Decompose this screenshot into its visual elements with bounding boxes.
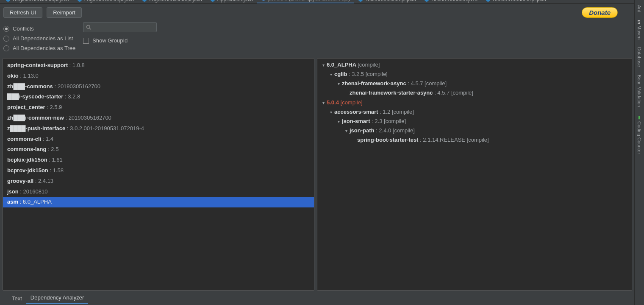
tree-node-name: accessors-smart [334,109,378,115]
dependency-version: : 20190305162700 [64,115,111,121]
tree-row[interactable]: ▾json-path : 2.4.0 [compile] [321,126,632,135]
dependency-version: : 20190305162700 [53,83,100,90]
dependency-row[interactable]: zh███-commons : 20190305162700 [3,81,314,92]
dependency-row[interactable]: okio : 1.13.0 [3,71,314,81]
editor-tab[interactable]: SecureRandomSpi.java [482,0,550,3]
rail-bean-validation[interactable]: Bean Validation [637,75,642,107]
editor-tab[interactable]: TokenServiceImpl.java [354,0,420,3]
file-icon [211,0,215,2]
radio-conflicts[interactable]: Conflicts [3,25,75,32]
dependency-name: commons-lang [7,146,46,152]
tree-node-detail: [compile] [341,99,363,106]
tree-row[interactable]: ▾json-smart : 2.3 [compile] [321,117,632,126]
editor-tab-label: SecureRandomSpi.java [493,0,546,3]
tree-row[interactable]: ▾6.0_ALPHA [compile] [321,60,632,70]
rail-maven[interactable]: mMaven [637,20,642,40]
checkbox-icon [83,38,89,44]
dependency-row[interactable]: commons-lang : 2.5 [3,144,314,155]
tree-node-name: zhenai-framework-async [342,80,406,87]
editor-tab[interactable]: RegisterServiceImpl.java [2,0,73,3]
editor-tab[interactable]: pom.xml (zhenai-qzydc-account-api) [257,0,354,3]
tree-node-name: json-path [350,127,375,134]
tree-node-name: json-smart [342,118,370,124]
dependency-name: okio [7,73,19,79]
svg-line-1 [89,28,91,29]
dependency-version: : 1.0.8 [68,62,85,68]
dependency-row[interactable]: z████-push-interface : 3.0.2.001-2019053… [3,123,314,134]
dependency-name: zh███-commons [7,83,53,90]
rail-ant[interactable]: Ant [637,5,642,12]
dependency-row[interactable]: ███i-syscode-starter : 3.2.8 [3,92,314,102]
editor-tab[interactable]: SecureRandom.java [420,0,482,3]
tab-dependency-analyzer[interactable]: Dependency Analyzer [26,293,88,304]
tree-node-name: cglib [334,71,347,77]
radio-all-tree[interactable]: All Dependencies as Tree [3,45,75,51]
dependency-name: json [7,188,19,195]
dependency-row[interactable]: asm : 6.0_ALPHA [3,197,314,207]
toolbar: Refresh UI Reimport Donate [0,4,635,20]
reimport-button[interactable]: Reimport [47,7,82,18]
chevron-down-icon[interactable]: ▾ [336,81,341,87]
chevron-down-icon[interactable]: ▾ [328,109,333,116]
editor-tab[interactable]: LogoutServiceImpl.java [138,0,206,3]
radio-all-tree-label: All Dependencies as Tree [13,45,75,51]
dependency-tree-panel[interactable]: ▾6.0_ALPHA [compile]▾cglib : 3.2.5 [comp… [317,58,632,291]
editor-tab[interactable]: LoginServiceImpl.java [73,0,138,3]
tree-node-detail: : 2.1.14.RELEASE [compile] [418,137,489,143]
dependency-version: : 6.0_ALPHA [18,199,52,205]
dependency-version: : 1.58 [48,167,64,173]
right-tool-rail: Ant mMaven Database Bean Validation ▮Cod… [634,0,644,305]
chevron-down-icon[interactable]: ▾ [321,62,326,69]
rail-coding-counter[interactable]: ▮Coding Counter [637,115,642,154]
dependency-row[interactable]: commons-cli : 1.4 [3,134,314,145]
search-icon [86,25,91,30]
refresh-ui-button[interactable]: Refresh UI [3,7,42,18]
dependency-row[interactable]: json : 20160810 [3,187,314,197]
dependency-version: : 2.5 [46,146,58,152]
tree-row[interactable]: ▾5.0.4 [compile] [321,98,632,107]
tree-row[interactable]: ▾zhenai-framework-async : 4.5.7 [compile… [321,79,632,88]
search-input[interactable] [83,22,157,32]
chevron-down-icon[interactable]: ▾ [321,100,326,106]
file-icon [358,0,363,2]
editor-tabs-bar: RegisterServiceImpl.javaLoginServiceImpl… [0,0,635,4]
editor-tab[interactable]: Application.java [206,0,257,3]
radio-dot-icon [3,26,9,32]
tree-row[interactable]: ▾cglib : 3.2.5 [compile] [321,70,632,79]
dependency-version: : 20160810 [19,188,48,195]
dependency-version: : 3.2.8 [63,93,80,100]
tree-row[interactable]: ▾accessors-smart : 1.2 [compile] [321,107,632,117]
panels: spring-context-support : 1.0.8okio : 1.1… [0,57,635,291]
tree-node-detail: : 1.2 [compile] [378,109,414,115]
dependency-name: z████-push-interface [7,125,65,132]
editor-tab-label: SecureRandom.java [431,0,477,3]
tab-text[interactable]: Text [8,294,26,304]
dependency-row[interactable]: project_center : 2.5.9 [3,102,314,113]
svg-point-0 [87,25,90,29]
dependency-row[interactable]: spring-context-support : 1.0.8 [3,60,314,71]
dependency-list-panel[interactable]: spring-context-support : 1.0.8okio : 1.1… [3,58,314,291]
dependency-row[interactable]: bcprov-jdk15on : 1.58 [3,165,314,176]
dependency-name: project_center [7,104,45,110]
file-icon [261,0,266,1]
tree-node-detail: [compile] [358,62,380,68]
tree-row[interactable]: spring-boot-starter-test : 2.1.14.RELEAS… [321,135,632,145]
checkbox-show-groupid[interactable]: Show GroupId [83,37,157,44]
dependency-row[interactable]: zh███i-common-new : 20190305162700 [3,113,314,123]
chevron-down-icon[interactable]: ▾ [328,71,333,78]
chevron-down-icon[interactable]: ▾ [336,118,341,125]
rail-database[interactable]: Database [637,47,642,67]
dependency-name: groovy-all [7,178,33,184]
tree-row[interactable]: zhenai-framework-starter-async : 4.5.7 [… [321,88,632,98]
editor-tab-label: TokenServiceImpl.java [365,0,416,3]
radio-all-list-label: All Dependencies as List [13,35,73,42]
donate-button[interactable]: Donate [582,7,618,18]
options-row: Conflicts All Dependencies as List All D… [0,20,635,57]
chevron-down-icon[interactable]: ▾ [344,128,349,134]
tree-node-detail: : 4.5.7 [compile] [433,90,473,96]
radio-all-list[interactable]: All Dependencies as List [3,35,75,42]
dependency-row[interactable]: groovy-all : 2.4.13 [3,176,314,187]
dependency-row[interactable]: bcpkix-jdk15on : 1.61 [3,155,314,165]
bottom-tabs: Text Dependency Analyzer [0,292,635,304]
editor-tab-label: LoginServiceImpl.java [84,0,134,3]
